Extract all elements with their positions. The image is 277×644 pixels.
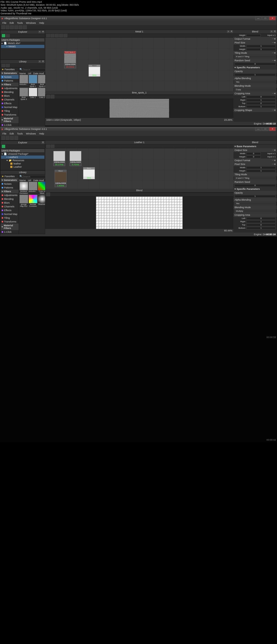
- lib-filters[interactable]: ▾ Filters: [1, 83, 19, 86]
- toolbar-button[interactable]: [46, 193, 50, 196]
- lib-oneclick[interactable]: 1-Click: [1, 230, 19, 234]
- close-icon[interactable]: ✕: [42, 141, 44, 144]
- prop-slider[interactable]: 0: [246, 224, 276, 226]
- node-graph[interactable]: 1024x102422.17ms 1024x10240.72ms Blend10…: [45, 148, 233, 189]
- lib-matfilters[interactable]: ▾ Material Filters: [1, 224, 19, 230]
- prop-slider[interactable]: 1: [246, 166, 276, 169]
- tree-resource-item[interactable]: leather: [1, 162, 44, 165]
- lib-adjustments[interactable]: Adjustments: [1, 86, 19, 90]
- prop-slider[interactable]: 0: [246, 217, 276, 220]
- toolbar-button[interactable]: [23, 25, 27, 29]
- lib-thumb[interactable]: Anisotro...: [29, 182, 37, 194]
- menu-icon[interactable]: ⋯▾: [272, 52, 276, 54]
- close-button[interactable]: ✕: [269, 127, 276, 131]
- menu-icon[interactable]: ⋯▾: [272, 109, 276, 112]
- lib-normalmap[interactable]: Normal Map: [1, 105, 19, 109]
- pin-icon[interactable]: ▪: [270, 30, 273, 33]
- close-icon[interactable]: ✕: [42, 60, 44, 63]
- lib-channels[interactable]: Channels: [1, 205, 19, 208]
- lib-thumb[interactable]: grunge map 012: [19, 195, 28, 207]
- prop-slider[interactable]: 0: [235, 63, 276, 65]
- lib-thumb[interactable]: BnW Spots 1: [29, 75, 37, 87]
- lib-favorites[interactable]: ★Favorites: [1, 174, 19, 178]
- toolbar-button[interactable]: [51, 95, 54, 99]
- lib-blending[interactable]: Blending: [1, 197, 19, 201]
- toolbar-button[interactable]: [6, 25, 9, 29]
- lib-transforms[interactable]: Transforms: [1, 113, 19, 117]
- pin-icon[interactable]: ▪: [38, 60, 41, 63]
- prop-select[interactable]: Copy: [235, 88, 276, 91]
- prop-slider[interactable]: 1: [235, 73, 276, 76]
- prop-slider[interactable]: [246, 34, 261, 37]
- prop-select[interactable]: Yes: [235, 202, 276, 205]
- prop-select[interactable]: Multiply: [235, 210, 276, 213]
- menu-windows[interactable]: Windows: [26, 132, 36, 135]
- lib-adjustments[interactable]: Adjustments: [1, 193, 19, 197]
- maximize-button[interactable]: □: [262, 127, 269, 131]
- toolbar-button[interactable]: [46, 95, 50, 99]
- toolbar-button[interactable]: [1, 25, 5, 29]
- lib-generators[interactable]: ▾ Generators: [1, 71, 19, 75]
- minimize-button[interactable]: —: [255, 127, 262, 131]
- toolbar-button[interactable]: [6, 34, 10, 38]
- lib-effects[interactable]: Effects: [1, 208, 19, 212]
- play-icon[interactable]: [2, 144, 5, 148]
- tree-resource-item[interactable]: Leather: [1, 165, 44, 168]
- lib-tiling[interactable]: Tiling: [1, 109, 19, 113]
- graph-node-blend[interactable]: Blend 0ms: [88, 65, 100, 77]
- lib-patterns[interactable]: Patterns: [1, 79, 19, 83]
- preview-canvas[interactable]: [110, 99, 169, 118]
- lib-channels[interactable]: Channels: [1, 98, 19, 102]
- lib-thumb[interactable]: Anisotro...: [19, 75, 28, 87]
- node-graph[interactable]: BnW Spots 1 1024x1024 10.04ms Blend 0ms: [45, 38, 233, 91]
- prop-slider[interactable]: 1: [246, 105, 276, 108]
- menu-icon[interactable]: ⋯▾: [272, 159, 276, 162]
- tree-item-selected[interactable]: ▪ Leather1: [1, 156, 44, 159]
- menu-tools[interactable]: Tools: [17, 22, 23, 24]
- lib-blending[interactable]: Blending: [1, 90, 19, 94]
- toolbar-button[interactable]: [10, 25, 14, 29]
- lib-thumb[interactable]: Cells 1: [29, 88, 37, 100]
- col-name[interactable]: Name: [19, 179, 26, 182]
- pin-icon[interactable]: ▪: [227, 30, 230, 33]
- prop-slider[interactable]: 0: [246, 96, 276, 98]
- close-button[interactable]: ✕: [269, 16, 276, 20]
- prop-slider[interactable]: 1: [246, 227, 276, 230]
- prop-select[interactable]: Yes: [235, 80, 276, 84]
- graph-node[interactable]: 1024x10240.72ms: [70, 151, 81, 166]
- toolbar-button[interactable]: [46, 144, 50, 148]
- play-icon[interactable]: [2, 34, 5, 38]
- col-date[interactable]: Date mod: [33, 72, 44, 75]
- lib-blurs[interactable]: Blurs: [1, 201, 19, 205]
- lib-transforms[interactable]: Transforms: [1, 220, 19, 224]
- graph-node[interactable]: BnW Spots 1 1024x1024 10.04ms: [64, 51, 76, 68]
- prop-select[interactable]: H and V Tiling: [235, 177, 276, 180]
- toolbar-button[interactable]: [6, 63, 10, 67]
- toolbar-button[interactable]: [46, 33, 50, 37]
- lib-favorites[interactable]: ★Favorites: [1, 68, 19, 71]
- toolbar-button[interactable]: [6, 136, 9, 140]
- lib-matfilters[interactable]: ▾ Material Filters: [1, 117, 19, 123]
- menu-icon[interactable]: ⋯▾: [272, 92, 276, 95]
- menu-help[interactable]: Help: [39, 132, 44, 135]
- prop-slider[interactable]: 1: [235, 195, 276, 198]
- prop-slider[interactable]: 1: [246, 99, 276, 102]
- toolbar-button[interactable]: [55, 33, 59, 37]
- prop-slider[interactable]: 1: [246, 45, 276, 48]
- prop-slider[interactable]: 1: [246, 220, 276, 223]
- toolbar-button[interactable]: [51, 33, 54, 37]
- toolbar-button[interactable]: [2, 63, 5, 67]
- maximize-button[interactable]: □: [262, 16, 269, 20]
- close-icon[interactable]: ✕: [230, 30, 233, 33]
- toolbar-button[interactable]: [14, 25, 18, 29]
- col-date[interactable]: Date mod: [33, 179, 44, 182]
- lib-effects[interactable]: Effects: [1, 102, 19, 105]
- toolbar-button[interactable]: [19, 25, 22, 29]
- lib-tiling[interactable]: Tiling: [1, 216, 19, 220]
- menu-edit[interactable]: Edit: [10, 22, 14, 24]
- lib-filters[interactable]: ▾ Filters: [1, 190, 19, 193]
- tree-package[interactable]: ▾ 📄 Unsaved Package*: [1, 152, 44, 156]
- menu-icon[interactable]: ⋯▾: [272, 38, 276, 40]
- lib-normalmap[interactable]: Normal Map: [1, 212, 19, 216]
- toolbar-button[interactable]: [59, 33, 63, 37]
